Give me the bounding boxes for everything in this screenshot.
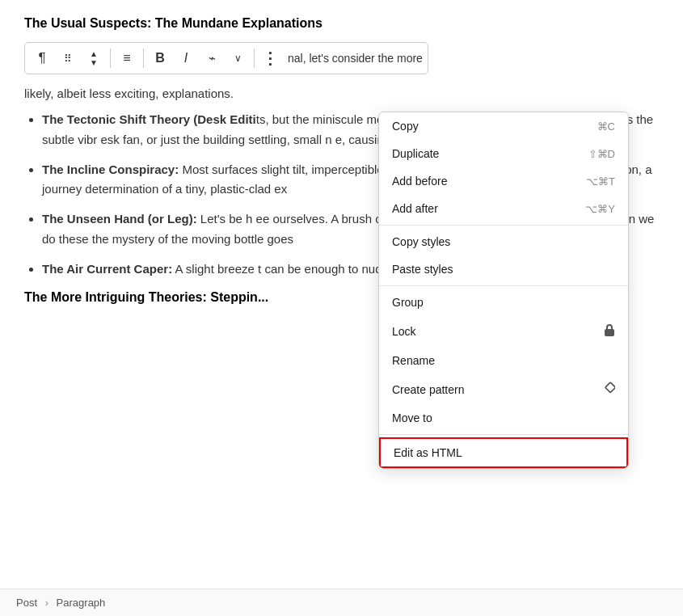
- add-after-menu-item[interactable]: Add after ⌥⌘Y: [379, 195, 628, 222]
- context-menu: Copy ⌘C Duplicate ⇧⌘D Add before ⌥⌘T Add…: [378, 112, 629, 469]
- pilcrow-button[interactable]: ¶: [30, 46, 54, 70]
- svg-rect-0: [605, 329, 614, 336]
- menu-separator-1: [379, 225, 628, 226]
- intro-text: likely, albeit less exciting, explanatio…: [24, 84, 659, 102]
- lock-icon: [604, 323, 615, 340]
- breadcrumb-post: Post: [16, 597, 37, 609]
- duplicate-menu-item[interactable]: Duplicate ⇧⌘D: [379, 140, 628, 167]
- ellipsis-vertical-icon: ⋮: [262, 49, 278, 68]
- italic-icon: I: [184, 51, 188, 65]
- duplicate-shortcut: ⇧⌘D: [588, 148, 615, 160]
- lock-menu-item[interactable]: Lock: [379, 316, 628, 347]
- svg-rect-1: [605, 382, 615, 393]
- document-title: The Usual Suspects: The Mundane Explanat…: [24, 16, 659, 31]
- edit-as-html-label: Edit as HTML: [394, 446, 462, 459]
- add-before-menu-item[interactable]: Add before ⌥⌘T: [379, 167, 628, 195]
- rename-menu-item[interactable]: Rename: [379, 347, 628, 374]
- bold-icon: B: [155, 51, 165, 65]
- italic-button[interactable]: I: [174, 46, 198, 70]
- align-button[interactable]: ≡: [115, 46, 139, 70]
- toolbar-divider-3: [254, 49, 255, 68]
- toolbar-divider-2: [143, 49, 144, 68]
- bullet-bold-1: The Tectonic Shift Theory (Desk Editi: [42, 112, 256, 126]
- create-pattern-menu-item[interactable]: Create pattern: [379, 374, 628, 404]
- move-to-menu-item[interactable]: Move to: [379, 404, 628, 432]
- add-before-shortcut: ⌥⌘T: [586, 175, 615, 188]
- group-menu-item[interactable]: Group: [379, 289, 628, 316]
- duplicate-label: Duplicate: [392, 147, 439, 160]
- menu-group-4: Edit as HTML: [379, 437, 628, 468]
- menu-group-3: Group Lock Rename Create pattern: [379, 289, 628, 432]
- copy-shortcut: ⌘C: [597, 120, 615, 133]
- toolbar: ¶ ⠿ ▲▼ ≡ B I ⌁ ∨ ⋮ nal, let's co: [24, 42, 428, 74]
- menu-group-2: Copy styles Paste styles: [379, 228, 628, 283]
- menu-separator-3: [379, 434, 628, 435]
- paste-styles-label: Paste styles: [392, 263, 453, 276]
- copy-menu-item[interactable]: Copy ⌘C: [379, 112, 628, 140]
- copy-styles-menu-item[interactable]: Copy styles: [379, 228, 628, 255]
- add-before-label: Add before: [392, 175, 448, 188]
- pilcrow-icon: ¶: [38, 50, 45, 66]
- copy-label: Copy: [392, 120, 419, 133]
- bullet-bold-2: The Incline Conspiracy:: [42, 162, 179, 176]
- paste-styles-menu-item[interactable]: Paste styles: [379, 255, 628, 283]
- diamond-icon: [602, 382, 615, 397]
- lock-label: Lock: [392, 325, 416, 338]
- add-after-shortcut: ⌥⌘Y: [585, 203, 615, 215]
- toolbar-divider-1: [110, 49, 111, 68]
- more-options-button[interactable]: ⋮: [259, 46, 281, 70]
- move-to-label: Move to: [392, 411, 432, 424]
- link-icon: ⌁: [209, 51, 216, 65]
- chevron-down-button[interactable]: ∨: [226, 46, 250, 70]
- breadcrumb: Post › Paragraph: [16, 597, 105, 609]
- edit-as-html-menu-item[interactable]: Edit as HTML: [379, 437, 628, 468]
- chevron-down-icon: ∨: [234, 53, 242, 64]
- copy-styles-label: Copy styles: [392, 235, 450, 248]
- updown-icon: ▲▼: [90, 49, 98, 67]
- grid-icon: ⠿: [64, 53, 73, 65]
- align-icon: ≡: [123, 51, 130, 65]
- toolbar-continuation: nal, let's consider the more: [288, 52, 423, 65]
- rename-label: Rename: [392, 354, 435, 367]
- link-button[interactable]: ⌁: [200, 46, 224, 70]
- create-pattern-label: Create pattern: [392, 383, 465, 396]
- bold-button[interactable]: B: [148, 46, 172, 70]
- menu-separator-2: [379, 285, 628, 286]
- breadcrumb-separator: ›: [45, 597, 48, 609]
- page-content: The Usual Suspects: The Mundane Explanat…: [0, 0, 683, 305]
- group-label: Group: [392, 296, 424, 309]
- status-bar: Post › Paragraph: [0, 589, 683, 616]
- bullet-bold-4: The Air Current Caper:: [42, 262, 172, 276]
- menu-group-1: Copy ⌘C Duplicate ⇧⌘D Add before ⌥⌘T Add…: [379, 112, 628, 222]
- breadcrumb-paragraph: Paragraph: [57, 597, 106, 609]
- add-after-label: Add after: [392, 202, 438, 215]
- updown-button[interactable]: ▲▼: [82, 46, 106, 70]
- bullet-bold-3: The Unseen Hand (or Leg):: [42, 212, 197, 226]
- grid-button[interactable]: ⠿: [56, 46, 80, 70]
